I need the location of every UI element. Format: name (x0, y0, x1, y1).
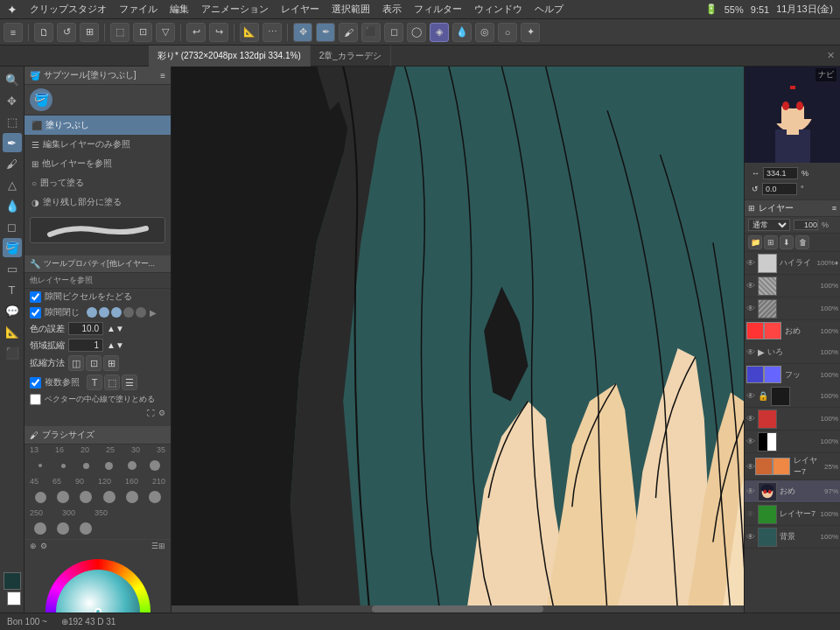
layer-item-iro[interactable]: 👁 ▶ いろ 100% (745, 341, 840, 364)
brush-button[interactable]: 🖌 (339, 23, 358, 42)
snap-button[interactable]: ⋯ (262, 23, 282, 42)
move-tool-button[interactable]: ✥ (3, 91, 22, 110)
eraser-tool-button[interactable]: ◻ (3, 217, 22, 236)
menu-selection[interactable]: 選択範囲 (332, 3, 370, 16)
multi-ref-btn2[interactable]: ⬚ (104, 374, 120, 390)
zoom-tool-button[interactable]: 🔍 (3, 70, 22, 89)
dot-5[interactable] (136, 307, 146, 318)
dot-3[interactable] (111, 307, 122, 318)
color-cursor[interactable] (94, 608, 102, 612)
multi-ref-btn1[interactable]: T (87, 374, 102, 390)
expand-iro[interactable]: ▶ (758, 347, 765, 357)
bucket-fill-button[interactable]: ⬛ (361, 23, 381, 42)
brush-view-button[interactable]: ☰⊞ (151, 542, 165, 550)
area-expand-stepper[interactable]: ▲▼ (107, 340, 124, 350)
ruler-button[interactable]: 📐 (240, 23, 259, 42)
selection-tool-button[interactable]: ⬚ (3, 112, 22, 131)
canvas-area[interactable] (172, 66, 744, 612)
ruler-tool-button[interactable]: 📐 (3, 322, 22, 341)
gap-close-checkbox[interactable] (30, 307, 41, 318)
crop-button[interactable]: ⊡ (133, 23, 152, 42)
vector-center-checkbox[interactable] (30, 394, 41, 405)
dot-4[interactable] (123, 307, 134, 318)
fill-tool-item-5[interactable]: ◑ 塗り残し部分に塗る (24, 192, 171, 212)
color-error-input[interactable] (68, 322, 103, 335)
foreground-color-swatch[interactable] (4, 572, 21, 590)
expand-method-btn3[interactable]: ⊞ (103, 355, 119, 371)
brush-size-45[interactable] (30, 490, 51, 504)
layer-item-bg[interactable]: 👁 背景 100% (745, 526, 840, 549)
menu-view[interactable]: 表示 (382, 3, 402, 16)
horizontal-scrollbar[interactable] (172, 606, 744, 612)
fill-tool-item-3[interactable]: ⊞ 他レイヤーを参照 (24, 154, 171, 173)
scrollbar-thumb[interactable] (372, 606, 543, 612)
other-tab[interactable]: 2章_カラーデシ (311, 46, 391, 66)
blend-btn[interactable]: ◯ (407, 23, 426, 42)
expand-method-btn1[interactable]: ◫ (68, 355, 84, 371)
layer-item-highlight[interactable]: 👁 ハイライ 100%♦ (745, 252, 840, 275)
color-tool-button[interactable]: ⬛ (3, 343, 22, 362)
new-layer-from-button[interactable]: ⊞ (764, 235, 778, 249)
prop-expand-button[interactable]: ⛶ (147, 409, 155, 417)
menu-window[interactable]: ウィンドウ (474, 3, 522, 16)
angle-input[interactable] (762, 183, 797, 195)
brush-size-25[interactable] (98, 458, 119, 472)
eye-icon-1[interactable]: 👁 (746, 281, 755, 290)
background-color-swatch[interactable] (7, 592, 21, 606)
eye-icon-hair[interactable]: 👁 (746, 391, 755, 401)
eye-icon-red2[interactable]: 👁 (746, 414, 755, 424)
brush-settings-button[interactable]: ⚙ (40, 542, 47, 550)
pattern-btn[interactable]: ◎ (475, 23, 494, 42)
layer-opacity-input[interactable] (794, 220, 818, 230)
menu-help[interactable]: ヘルプ (535, 3, 564, 16)
eye-icon-2[interactable]: 👁 (746, 304, 755, 313)
menu-animation[interactable]: アニメーション (201, 3, 269, 16)
layer-item-2[interactable]: 👁 100% (745, 298, 840, 320)
menu-layer[interactable]: レイヤー (281, 3, 319, 16)
eye-icon-green[interactable]: 👁 (746, 509, 755, 519)
menu-file[interactable]: ファイル (119, 3, 158, 16)
figure-tool-button[interactable]: △ (3, 175, 22, 194)
menu-filter[interactable]: フィルター (414, 3, 462, 16)
eye-icon-iro[interactable]: 👁 (746, 347, 755, 357)
brush-size-20[interactable] (75, 458, 96, 472)
blend-mode-select[interactable]: 通常 (748, 219, 790, 231)
new-layer-button[interactable]: 🗋 (34, 23, 53, 42)
sub-tool-menu-icon[interactable]: ≡ (160, 71, 165, 80)
brush-size-35[interactable] (144, 458, 165, 472)
eye-icon-bg[interactable]: 👁 (746, 532, 755, 542)
pen-button[interactable]: ✒ (316, 23, 335, 42)
gradient-tool-btn[interactable]: ▽ (156, 23, 175, 42)
fill-tool-item-1[interactable]: ⬛ 塗りつぶし (24, 116, 171, 135)
eyedrop-btn[interactable]: 💧 (452, 23, 472, 42)
flip-button[interactable]: ⊞ (80, 23, 99, 42)
layer-item-face[interactable]: 👁 おめ 97% (745, 480, 840, 503)
text-tool-button[interactable]: T (3, 280, 22, 299)
brush-size-65[interactable] (52, 490, 74, 504)
bubble-btn[interactable]: ○ (498, 23, 517, 42)
close-panel-button[interactable]: ✕ (827, 50, 840, 61)
delete-layer-button[interactable]: 🗑 (795, 235, 809, 249)
active-tab[interactable]: 彩り* (2732×2048px 132dpi 334.1%) (149, 46, 311, 66)
layer-item-hair[interactable]: 👁 🔒 100% (745, 385, 840, 408)
brush-size-30[interactable] (122, 458, 143, 472)
layer-item-green[interactable]: 👁 レイヤー7 100% (745, 503, 840, 526)
speech-tool-button[interactable]: 💬 (3, 301, 22, 320)
expand-icon[interactable]: ▶ (150, 308, 157, 318)
multi-ref-btn3[interactable]: ☰ (122, 374, 137, 390)
text-btn[interactable]: ✦ (521, 23, 540, 42)
fill-tool-button[interactable]: 🪣 (3, 238, 22, 257)
merge-down-button[interactable]: ⬇ (780, 235, 794, 249)
contiguous-checkbox[interactable] (30, 291, 41, 303)
transform-button[interactable]: ⬚ (110, 23, 130, 42)
brush-size-210[interactable] (144, 490, 165, 504)
fill-tool-item-2[interactable]: ☰ 編集レイヤーのみ参照 (24, 135, 171, 154)
gradient-tool-button[interactable]: ▭ (3, 259, 22, 278)
eye-icon-face[interactable]: 👁 (746, 486, 755, 496)
color-wheel[interactable] (46, 559, 150, 612)
area-expand-input[interactable] (68, 339, 103, 352)
lock-hair[interactable]: 🔒 (758, 391, 768, 401)
fill-tool-icon[interactable]: 🪣 (30, 88, 52, 111)
layer-item-1[interactable]: 👁 100% (745, 275, 840, 298)
brush-size-120[interactable] (98, 490, 119, 504)
